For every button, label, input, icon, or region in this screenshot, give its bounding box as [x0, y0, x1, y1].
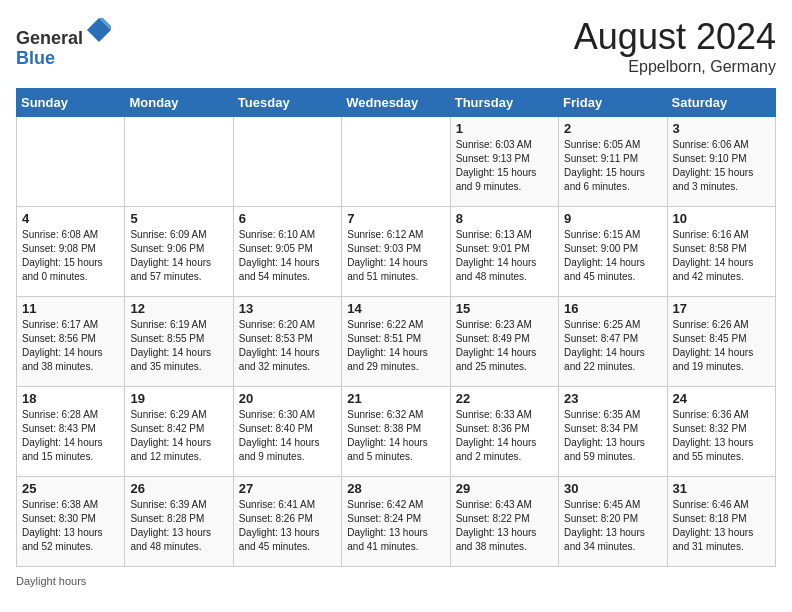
main-title: August 2024 — [574, 16, 776, 58]
calendar-cell: 12Sunrise: 6:19 AM Sunset: 8:55 PM Dayli… — [125, 297, 233, 387]
calendar-cell: 8Sunrise: 6:13 AM Sunset: 9:01 PM Daylig… — [450, 207, 558, 297]
day-info: Sunrise: 6:25 AM Sunset: 8:47 PM Dayligh… — [564, 318, 661, 374]
calendar-day-header: Monday — [125, 89, 233, 117]
day-info: Sunrise: 6:32 AM Sunset: 8:38 PM Dayligh… — [347, 408, 444, 464]
calendar-body: 1Sunrise: 6:03 AM Sunset: 9:13 PM Daylig… — [17, 117, 776, 567]
day-number: 9 — [564, 211, 661, 226]
day-number: 8 — [456, 211, 553, 226]
day-info: Sunrise: 6:13 AM Sunset: 9:01 PM Dayligh… — [456, 228, 553, 284]
day-info: Sunrise: 6:26 AM Sunset: 8:45 PM Dayligh… — [673, 318, 770, 374]
calendar-cell: 31Sunrise: 6:46 AM Sunset: 8:18 PM Dayli… — [667, 477, 775, 567]
calendar-cell: 25Sunrise: 6:38 AM Sunset: 8:30 PM Dayli… — [17, 477, 125, 567]
day-info: Sunrise: 6:33 AM Sunset: 8:36 PM Dayligh… — [456, 408, 553, 464]
calendar-cell: 13Sunrise: 6:20 AM Sunset: 8:53 PM Dayli… — [233, 297, 341, 387]
day-info: Sunrise: 6:35 AM Sunset: 8:34 PM Dayligh… — [564, 408, 661, 464]
day-number: 2 — [564, 121, 661, 136]
day-info: Sunrise: 6:06 AM Sunset: 9:10 PM Dayligh… — [673, 138, 770, 194]
day-number: 29 — [456, 481, 553, 496]
calendar-week-row: 1Sunrise: 6:03 AM Sunset: 9:13 PM Daylig… — [17, 117, 776, 207]
day-number: 28 — [347, 481, 444, 496]
calendar-table: SundayMondayTuesdayWednesdayThursdayFrid… — [16, 88, 776, 567]
day-info: Sunrise: 6:38 AM Sunset: 8:30 PM Dayligh… — [22, 498, 119, 554]
day-info: Sunrise: 6:20 AM Sunset: 8:53 PM Dayligh… — [239, 318, 336, 374]
logo-general: General — [16, 28, 83, 48]
day-info: Sunrise: 6:08 AM Sunset: 9:08 PM Dayligh… — [22, 228, 119, 284]
calendar-cell: 26Sunrise: 6:39 AM Sunset: 8:28 PM Dayli… — [125, 477, 233, 567]
day-number: 27 — [239, 481, 336, 496]
logo: General Blue — [16, 16, 113, 69]
calendar-cell: 10Sunrise: 6:16 AM Sunset: 8:58 PM Dayli… — [667, 207, 775, 297]
day-number: 15 — [456, 301, 553, 316]
calendar-cell: 23Sunrise: 6:35 AM Sunset: 8:34 PM Dayli… — [559, 387, 667, 477]
day-info: Sunrise: 6:09 AM Sunset: 9:06 PM Dayligh… — [130, 228, 227, 284]
day-info: Sunrise: 6:46 AM Sunset: 8:18 PM Dayligh… — [673, 498, 770, 554]
calendar-cell: 16Sunrise: 6:25 AM Sunset: 8:47 PM Dayli… — [559, 297, 667, 387]
day-info: Sunrise: 6:41 AM Sunset: 8:26 PM Dayligh… — [239, 498, 336, 554]
day-number: 24 — [673, 391, 770, 406]
day-number: 18 — [22, 391, 119, 406]
calendar-day-header: Sunday — [17, 89, 125, 117]
calendar-day-header: Thursday — [450, 89, 558, 117]
day-info: Sunrise: 6:22 AM Sunset: 8:51 PM Dayligh… — [347, 318, 444, 374]
calendar-header-row: SundayMondayTuesdayWednesdayThursdayFrid… — [17, 89, 776, 117]
calendar-day-header: Tuesday — [233, 89, 341, 117]
day-number: 26 — [130, 481, 227, 496]
calendar-cell: 9Sunrise: 6:15 AM Sunset: 9:00 PM Daylig… — [559, 207, 667, 297]
day-number: 4 — [22, 211, 119, 226]
calendar-cell — [342, 117, 450, 207]
calendar-cell: 19Sunrise: 6:29 AM Sunset: 8:42 PM Dayli… — [125, 387, 233, 477]
day-number: 17 — [673, 301, 770, 316]
day-number: 3 — [673, 121, 770, 136]
calendar-cell: 21Sunrise: 6:32 AM Sunset: 8:38 PM Dayli… — [342, 387, 450, 477]
day-info: Sunrise: 6:45 AM Sunset: 8:20 PM Dayligh… — [564, 498, 661, 554]
calendar-day-header: Friday — [559, 89, 667, 117]
day-number: 7 — [347, 211, 444, 226]
title-block: August 2024 Eppelborn, Germany — [574, 16, 776, 76]
calendar-cell: 5Sunrise: 6:09 AM Sunset: 9:06 PM Daylig… — [125, 207, 233, 297]
day-info: Sunrise: 6:43 AM Sunset: 8:22 PM Dayligh… — [456, 498, 553, 554]
calendar-cell: 28Sunrise: 6:42 AM Sunset: 8:24 PM Dayli… — [342, 477, 450, 567]
calendar-cell: 17Sunrise: 6:26 AM Sunset: 8:45 PM Dayli… — [667, 297, 775, 387]
day-info: Sunrise: 6:30 AM Sunset: 8:40 PM Dayligh… — [239, 408, 336, 464]
calendar-cell: 22Sunrise: 6:33 AM Sunset: 8:36 PM Dayli… — [450, 387, 558, 477]
day-number: 22 — [456, 391, 553, 406]
calendar-cell: 24Sunrise: 6:36 AM Sunset: 8:32 PM Dayli… — [667, 387, 775, 477]
day-number: 14 — [347, 301, 444, 316]
day-number: 23 — [564, 391, 661, 406]
day-info: Sunrise: 6:42 AM Sunset: 8:24 PM Dayligh… — [347, 498, 444, 554]
calendar-cell — [17, 117, 125, 207]
calendar-cell: 14Sunrise: 6:22 AM Sunset: 8:51 PM Dayli… — [342, 297, 450, 387]
calendar-cell: 4Sunrise: 6:08 AM Sunset: 9:08 PM Daylig… — [17, 207, 125, 297]
calendar-cell: 6Sunrise: 6:10 AM Sunset: 9:05 PM Daylig… — [233, 207, 341, 297]
day-number: 20 — [239, 391, 336, 406]
calendar-cell: 2Sunrise: 6:05 AM Sunset: 9:11 PM Daylig… — [559, 117, 667, 207]
day-info: Sunrise: 6:16 AM Sunset: 8:58 PM Dayligh… — [673, 228, 770, 284]
day-number: 10 — [673, 211, 770, 226]
day-info: Sunrise: 6:12 AM Sunset: 9:03 PM Dayligh… — [347, 228, 444, 284]
day-number: 21 — [347, 391, 444, 406]
calendar-cell: 27Sunrise: 6:41 AM Sunset: 8:26 PM Dayli… — [233, 477, 341, 567]
footer-note: Daylight hours — [16, 575, 776, 587]
calendar-day-header: Saturday — [667, 89, 775, 117]
calendar-week-row: 4Sunrise: 6:08 AM Sunset: 9:08 PM Daylig… — [17, 207, 776, 297]
calendar-header: SundayMondayTuesdayWednesdayThursdayFrid… — [17, 89, 776, 117]
day-info: Sunrise: 6:10 AM Sunset: 9:05 PM Dayligh… — [239, 228, 336, 284]
day-info: Sunrise: 6:28 AM Sunset: 8:43 PM Dayligh… — [22, 408, 119, 464]
day-number: 16 — [564, 301, 661, 316]
svg-marker-0 — [87, 18, 111, 42]
calendar-cell: 20Sunrise: 6:30 AM Sunset: 8:40 PM Dayli… — [233, 387, 341, 477]
calendar-cell — [233, 117, 341, 207]
calendar-cell: 1Sunrise: 6:03 AM Sunset: 9:13 PM Daylig… — [450, 117, 558, 207]
calendar-cell: 30Sunrise: 6:45 AM Sunset: 8:20 PM Dayli… — [559, 477, 667, 567]
logo-blue: Blue — [16, 48, 55, 68]
day-number: 30 — [564, 481, 661, 496]
calendar-week-row: 25Sunrise: 6:38 AM Sunset: 8:30 PM Dayli… — [17, 477, 776, 567]
logo-icon — [85, 16, 113, 44]
day-number: 31 — [673, 481, 770, 496]
day-info: Sunrise: 6:17 AM Sunset: 8:56 PM Dayligh… — [22, 318, 119, 374]
day-number: 1 — [456, 121, 553, 136]
calendar-cell: 18Sunrise: 6:28 AM Sunset: 8:43 PM Dayli… — [17, 387, 125, 477]
day-number: 11 — [22, 301, 119, 316]
calendar-week-row: 18Sunrise: 6:28 AM Sunset: 8:43 PM Dayli… — [17, 387, 776, 477]
calendar-cell: 11Sunrise: 6:17 AM Sunset: 8:56 PM Dayli… — [17, 297, 125, 387]
